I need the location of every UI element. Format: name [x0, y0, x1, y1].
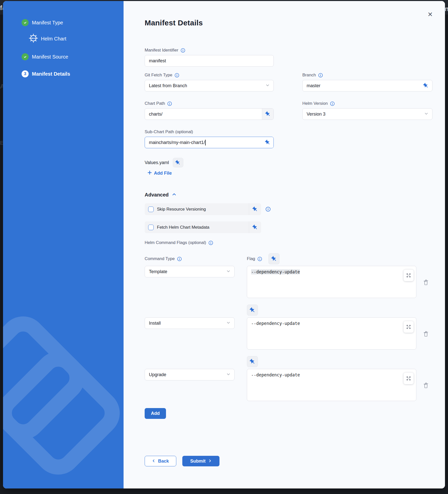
step-label: Manifest Details — [32, 71, 70, 77]
git-fetch-type-field: Git Fetch Type Latest from Branch — [145, 73, 274, 91]
info-icon[interactable] — [208, 240, 213, 245]
info-icon[interactable] — [318, 73, 323, 78]
flag-textarea[interactable]: --dependency-update — [247, 266, 416, 298]
chart-path-input[interactable]: charts/ — [145, 109, 262, 120]
advanced-title: Advanced — [145, 192, 169, 198]
branch-field: Branch — [302, 73, 432, 91]
checkbox-label: Fetch Helm Chart Metadata — [157, 225, 209, 230]
add-file-button[interactable]: Add File — [148, 171, 172, 176]
sub-chart-path-input[interactable]: maincharts/my-main-chart1/ — [145, 137, 262, 148]
pin-icon[interactable] — [249, 224, 261, 230]
delete-flag-icon[interactable] — [423, 382, 429, 389]
info-icon[interactable] — [181, 48, 185, 53]
submit-label: Submit — [190, 459, 206, 464]
back-button[interactable]: Back — [145, 456, 176, 466]
flag-textarea[interactable]: --dependency-update — [247, 369, 416, 401]
chart-path-field: Chart Path charts/ — [145, 101, 274, 120]
pin-icon[interactable] — [423, 83, 429, 90]
svg-text:HELM: HELM — [31, 37, 36, 39]
pin-icon[interactable] — [262, 137, 273, 148]
flag-value: --dependency-update — [251, 372, 300, 377]
git-fetch-type-select[interactable]: Latest from Branch — [145, 80, 274, 91]
step-label: Manifest Type — [32, 20, 63, 26]
step-number-badge: 3 — [22, 70, 29, 77]
pin-button[interactable] — [247, 356, 258, 367]
wizard-sidebar: Manifest Type HELM Helm Chart — [3, 1, 124, 488]
advanced-section-toggle[interactable]: Advanced — [145, 192, 445, 198]
skip-resource-versioning-row: Skip Resource Versioning — [145, 203, 445, 215]
values-yaml-row: Values.yaml — [145, 158, 445, 167]
chevron-down-icon — [227, 372, 230, 377]
info-icon[interactable] — [167, 101, 172, 106]
manifest-identifier-input[interactable] — [145, 55, 274, 67]
close-button[interactable]: ✕ — [426, 11, 434, 18]
info-icon[interactable] — [257, 257, 262, 261]
helm-command-flags-label: Helm Command Flags (optional) — [145, 240, 206, 245]
skip-resource-versioning-checkbox[interactable] — [148, 207, 154, 212]
command-type-select[interactable]: Template — [145, 266, 235, 277]
expand-icon[interactable] — [404, 270, 414, 281]
wizard-footer: Back Submit — [145, 456, 445, 466]
expand-icon[interactable] — [404, 321, 414, 333]
command-type-select[interactable]: Upgrade — [145, 369, 235, 380]
pin-icon[interactable] — [249, 206, 261, 212]
info-icon[interactable] — [265, 207, 271, 212]
flag-value: --dependency-update — [251, 269, 300, 274]
sub-chart-path-value: maincharts/my-main-chart1/ — [149, 140, 205, 145]
manifest-identifier-label: Manifest Identifier — [145, 48, 178, 53]
text-caret — [205, 140, 206, 145]
delete-flag-icon[interactable] — [423, 331, 429, 338]
step-label: Manifest Source — [32, 54, 68, 60]
sub-chart-path-field: Sub-Chart Path (optional) maincharts/my-… — [145, 129, 445, 148]
chevron-right-icon — [208, 459, 212, 464]
git-fetch-type-label: Git Fetch Type — [145, 73, 172, 78]
helm-version-field: Helm Version Version 3 — [302, 101, 432, 120]
chevron-down-icon — [266, 83, 269, 88]
add-file-label: Add File — [154, 171, 172, 176]
chevron-left-icon — [152, 459, 155, 464]
command-flag-row: Install --dependency-update — [145, 317, 445, 350]
delete-flag-icon[interactable] — [423, 279, 429, 286]
expand-icon[interactable] — [404, 373, 414, 384]
step-manifest-type[interactable]: Manifest Type — [22, 19, 124, 26]
info-icon[interactable] — [177, 257, 182, 261]
pin-icon[interactable] — [262, 109, 273, 120]
helm-version-value: Version 3 — [307, 112, 325, 117]
pin-button[interactable] — [247, 305, 258, 316]
command-type-select[interactable]: Install — [145, 317, 235, 329]
command-type-label: Command Type — [145, 256, 175, 261]
step-manifest-details[interactable]: 3 Manifest Details — [22, 70, 124, 77]
command-type-value: Install — [149, 321, 161, 326]
step-complete-icon — [22, 19, 29, 26]
plus-icon — [148, 171, 152, 176]
branch-label: Branch — [302, 73, 316, 78]
add-flag-button[interactable]: Add — [145, 408, 166, 419]
pin-button[interactable] — [173, 158, 183, 167]
pin-button[interactable] — [268, 253, 279, 264]
chevron-down-icon — [227, 321, 230, 326]
flag-textarea[interactable]: --dependency-update — [247, 317, 416, 350]
helm-version-select[interactable]: Version 3 — [302, 108, 432, 120]
back-label: Back — [158, 459, 169, 464]
manifest-identifier-field: Manifest Identifier — [145, 48, 445, 67]
manifest-wizard-modal: Manifest Type HELM Helm Chart — [3, 1, 445, 488]
page-title: Manifest Details — [145, 19, 445, 27]
branch-input[interactable] — [302, 80, 432, 91]
flag-value: --dependency-update — [251, 321, 300, 326]
chevron-up-icon — [172, 192, 176, 197]
info-icon[interactable] — [175, 73, 179, 78]
command-flag-row: Upgrade --dependency-update — [145, 369, 445, 401]
flag-label: Flag — [247, 256, 255, 261]
fetch-helm-chart-metadata-row: Fetch Helm Chart Metadata — [145, 221, 445, 233]
step-manifest-source[interactable]: Manifest Source — [22, 53, 124, 60]
step-helm-chart[interactable]: HELM Helm Chart — [22, 33, 124, 44]
step-complete-icon — [22, 53, 29, 60]
fetch-helm-chart-metadata-checkbox[interactable] — [148, 225, 154, 230]
info-icon[interactable] — [330, 101, 335, 106]
command-type-value: Template — [149, 269, 167, 274]
git-fetch-type-value: Latest from Branch — [149, 83, 187, 88]
submit-button[interactable]: Submit — [182, 456, 219, 466]
chevron-down-icon — [424, 112, 428, 117]
chart-path-label: Chart Path — [145, 101, 165, 106]
sub-chart-path-label: Sub-Chart Path (optional) — [145, 129, 193, 134]
